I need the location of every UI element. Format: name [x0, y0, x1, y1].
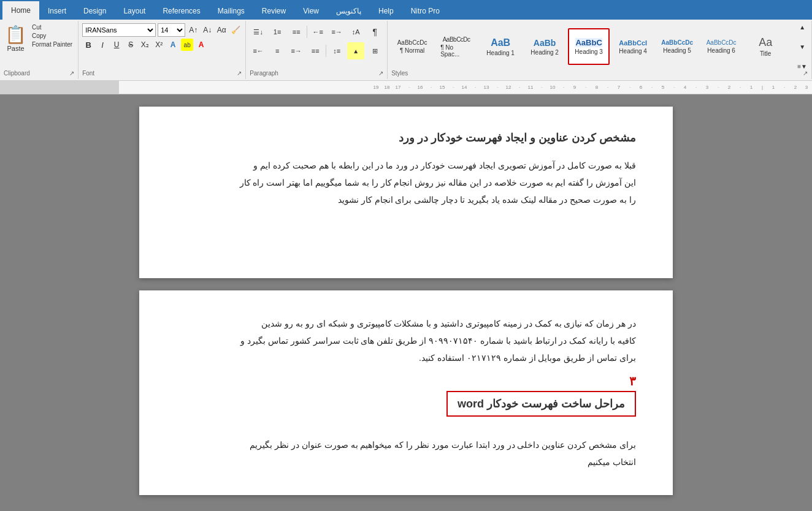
format-painter-button[interactable]: Format Painter — [30, 40, 74, 48]
page2-para3: برای تماس از طریق موبایل از شماره ۰۲۱۷۱۲… — [176, 349, 636, 366]
clipboard-label: Clipboard — [4, 70, 30, 77]
text-effect-button[interactable]: A — [167, 39, 179, 51]
styles-expand-icon[interactable]: ↗ — [803, 70, 808, 77]
font-color-button[interactable]: A — [195, 39, 207, 51]
styles-expand-button[interactable]: ≡▼ — [794, 58, 808, 70]
multilevel-list-button[interactable]: ≡≡ — [288, 23, 305, 40]
tab-nitro[interactable]: Nitro Pro — [402, 2, 448, 20]
underline-button[interactable]: U — [110, 39, 123, 51]
font-group-label: Font ↗ — [82, 70, 242, 77]
tab-review[interactable]: Review — [253, 2, 294, 20]
show-marks-button[interactable]: ¶ — [366, 23, 383, 40]
style-h1-label: Heading 1 — [486, 50, 515, 56]
document-area[interactable]: مشخص کردن عناوین و ایجاد فهرست خودکار در… — [0, 94, 812, 511]
style-heading6-button[interactable]: AaBbCcDc Heading 6 — [700, 28, 742, 65]
tab-insert[interactable]: Insert — [39, 2, 75, 20]
page1-para2: این آموزش را گفته ایم به صورت خلاصه در ا… — [176, 174, 636, 191]
style-heading1-button[interactable]: AaB Heading 1 — [480, 28, 521, 65]
page-1: مشخص کردن عناوین و ایجاد فهرست خودکار در… — [139, 107, 673, 278]
clipboard-small-buttons: Cut Copy Format Painter — [30, 23, 74, 70]
subscript-button[interactable]: X₂ — [139, 39, 151, 51]
style-h4-label: Heading 4 — [619, 48, 647, 55]
borders-button[interactable]: ⊞ — [366, 42, 383, 59]
superscript-button[interactable]: X² — [153, 39, 165, 51]
font-label: Font — [82, 70, 94, 77]
paragraph-group-label: Paragraph ↗ — [250, 70, 383, 77]
style-h1-preview: AaB — [491, 37, 510, 48]
cut-button[interactable]: Cut — [30, 23, 74, 31]
style-title-preview: Aa — [759, 36, 772, 49]
style-title-label: Title — [760, 50, 772, 57]
styles-group-label: Styles ↗ — [391, 70, 808, 77]
copy-button[interactable]: Copy — [30, 32, 74, 40]
style-heading3-button[interactable]: AaBbC Heading 3 — [568, 28, 610, 65]
bold-button[interactable]: B — [82, 39, 94, 51]
italic-button[interactable]: I — [96, 39, 109, 51]
tab-layout[interactable]: Layout — [115, 2, 154, 20]
style-h6-preview: AaBbCcDc — [707, 39, 737, 46]
numbering-button[interactable]: 1≡ — [269, 23, 286, 40]
clipboard-expand-icon[interactable]: ↗ — [69, 70, 74, 77]
separator2 — [326, 45, 326, 57]
paragraph-expand-icon[interactable]: ↗ — [378, 70, 383, 77]
clear-format-button[interactable]: 🧹 — [229, 24, 242, 36]
page2-para5: انتخاب میکنیم — [176, 453, 636, 471]
clipboard-group-label: Clipboard ↗ — [4, 70, 74, 77]
align-left-button[interactable]: ≡← — [250, 42, 267, 59]
page2-para4: برای مشخص کردن عناوین داخلی در ورد ابتدا… — [176, 436, 636, 453]
font-decrease-button[interactable]: A↓ — [201, 24, 213, 36]
font-increase-button[interactable]: A↑ — [187, 24, 199, 36]
font-expand-icon[interactable]: ↗ — [237, 70, 242, 77]
bullets-button[interactable]: ☰↓ — [250, 23, 267, 40]
style-heading5-button[interactable]: AaBbCcDc Heading 5 — [656, 28, 698, 65]
page2-para2: کافیه با رایانه کمک در ارتباط باشید با ش… — [176, 332, 636, 349]
increase-indent-button[interactable]: ≡→ — [328, 23, 345, 40]
sort-button[interactable]: ↕A — [347, 23, 364, 40]
styles-scroll-up-button[interactable]: ▲ — [794, 23, 808, 36]
ruler-marks: 19 18 17 · 16 · 15 · 14 · 13 · 12 · 11 ·… — [370, 85, 812, 90]
style-h2-label: Heading 2 — [530, 49, 559, 56]
clipboard-group: 📋 Paste Cut Copy Format Painter Clipboar… — [0, 21, 79, 79]
style-no-spacing-label: ¶ No Spac... — [440, 44, 472, 58]
decrease-indent-button[interactable]: ←≡ — [309, 23, 326, 40]
tab-paknevis[interactable]: پاکنویس — [327, 2, 370, 20]
ribbon-tabs: Home Insert Design Layout References Mai… — [0, 0, 812, 20]
tab-home[interactable]: Home — [2, 1, 39, 20]
style-heading4-button[interactable]: AaBbCcI Heading 4 — [612, 28, 654, 65]
tab-references[interactable]: References — [154, 2, 209, 20]
shading-button[interactable]: ▲ — [347, 42, 364, 59]
strikethrough-button[interactable]: S — [124, 39, 137, 51]
style-normal-preview: AaBbCcDc — [397, 39, 427, 46]
style-heading2-button[interactable]: AaBb Heading 2 — [524, 28, 565, 65]
style-title-button[interactable]: Aa Title — [745, 28, 786, 65]
page1-title: مشخص کردن عناوین و ایجاد فهرست خودکار در… — [176, 131, 636, 145]
page2-para1: در هر زمان که نیازی به کمک در زمینه کامپ… — [176, 315, 636, 332]
heading-box: مراحل ساخت فهرست خودکار word — [446, 391, 636, 417]
style-h3-label: Heading 3 — [575, 48, 603, 55]
justify-button[interactable]: ≡≡ — [307, 42, 324, 59]
style-normal-button[interactable]: AaBbCcDc ¶ Normal — [391, 28, 433, 65]
font-name-select[interactable]: IRANSans — [82, 23, 156, 37]
ribbon: 📋 Paste Cut Copy Format Painter Clipboar… — [0, 20, 812, 81]
paste-button[interactable]: 📋 Paste — [4, 23, 28, 70]
paragraph-group: ☰↓ 1≡ ≡≡ ←≡ ≡→ ↕A ¶ ≡← ≡ ≡→ ≡≡ ↕≡ ▲ ⊞ Pa… — [246, 21, 388, 79]
paragraph-label: Paragraph — [250, 70, 278, 77]
line-spacing-button[interactable]: ↕≡ — [328, 42, 345, 59]
heading-box-text: مراحل ساخت فهرست خودکار word — [458, 398, 625, 410]
align-center-button[interactable]: ≡ — [269, 42, 286, 59]
style-no-spacing-button[interactable]: AaBbCcDc ¶ No Spac... — [435, 28, 477, 65]
tab-design[interactable]: Design — [75, 2, 115, 20]
font-group: IRANSans 14 A↑ A↓ Aα 🧹 B I U S X₂ X² A a… — [79, 21, 246, 79]
page1-para1: قبلا به صورت کامل در آموزش تصویری ایجاد … — [176, 157, 636, 174]
tab-view[interactable]: View — [294, 2, 327, 20]
align-right-button[interactable]: ≡→ — [288, 42, 305, 59]
font-size-select[interactable]: 14 — [158, 23, 185, 37]
styles-scroll-down-button[interactable]: ▼ — [794, 38, 808, 55]
highlight-color-button[interactable]: ab — [181, 39, 193, 51]
tab-help[interactable]: Help — [370, 2, 402, 20]
styles-label: Styles — [391, 70, 408, 77]
change-case-button[interactable]: Aα — [215, 24, 228, 36]
style-h6-label: Heading 6 — [707, 47, 735, 54]
tab-mailings[interactable]: Mailings — [209, 2, 253, 20]
style-h3-preview: AaBbC — [575, 38, 602, 47]
